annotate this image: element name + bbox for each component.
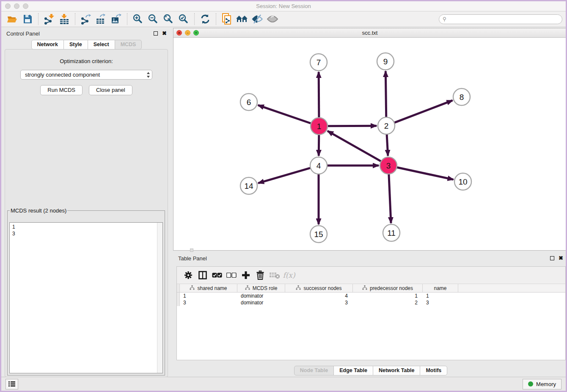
table-options-gear-icon[interactable] [182,269,195,281]
mcds-result-title: MCDS result (2 nodes) [10,207,67,214]
graph-node-3[interactable]: 3 [380,157,397,174]
zoom-in-icon[interactable] [130,12,146,26]
zoom-selected-icon[interactable] [176,12,191,26]
close-panel-button[interactable]: Close panel [89,85,132,95]
result-scrollbar[interactable] [157,223,162,373]
memory-label: Memory [536,381,556,387]
graph-node-4[interactable]: 4 [310,157,327,174]
graph-node-7[interactable]: 7 [310,54,327,71]
table-cell[interactable]: 1 [180,293,237,299]
tab-node-table[interactable]: Node Table [294,366,334,375]
graph-edge-1-6[interactable] [258,105,311,123]
graph-edge-2-8[interactable] [394,100,453,123]
graph-node-14[interactable]: 14 [240,177,257,194]
zoom-fit-icon[interactable] [161,12,176,26]
tab-network[interactable]: Network [31,40,64,50]
float-panel-icon[interactable] [154,31,158,36]
mcds-result-box: MCDS result (2 nodes) 13 [7,207,165,375]
search-input[interactable] [439,14,562,24]
graph-edge-2-3[interactable] [387,134,388,156]
table-row[interactable]: 1dominator411 [177,293,565,299]
refresh-icon[interactable] [198,12,213,26]
import-table-icon[interactable] [57,12,72,26]
show-graphics-details-icon[interactable] [250,12,265,26]
table-cell[interactable]: 2 [353,299,423,306]
graph-node-1[interactable]: 1 [311,118,328,135]
clone-network-icon[interactable] [219,12,234,26]
row-header-gutter [177,299,180,306]
column-header-predecessor-nodes[interactable]: predecessor nodes [353,284,423,292]
graph-edge-1-7[interactable] [319,72,319,118]
export-network-icon[interactable] [78,12,94,26]
graph-edge-1-2[interactable] [328,126,377,126]
graph-node-2[interactable]: 2 [378,117,395,134]
memory-button[interactable]: Memory [523,379,561,389]
table-cell[interactable]: dominator [237,299,285,306]
save-session-icon[interactable] [20,12,35,26]
export-image-icon[interactable] [109,12,124,26]
export-table-icon[interactable] [94,12,109,26]
graph-node-6[interactable]: 6 [240,94,257,110]
home-icon[interactable] [234,12,250,26]
table-row[interactable]: 3dominator323 [177,299,565,306]
graph-node-9[interactable]: 9 [377,53,394,70]
close-panel-icon[interactable]: ✖ [559,256,563,260]
close-panel-icon[interactable]: ✖ [162,31,167,36]
column-header-successor-nodes[interactable]: successor nodes [285,284,353,292]
toolbar-separator [216,13,216,25]
graph-node-label: 4 [317,161,321,170]
add-column-icon[interactable] [239,269,252,281]
graph-node-label: 14 [244,182,253,190]
tab-motifs[interactable]: Motifs [420,366,447,375]
run-mcds-button[interactable]: Run MCDS [40,85,83,95]
column-header-label: name [434,285,446,291]
table-cell[interactable]: 3 [423,299,458,306]
network-canvas[interactable]: 1234678910111415 [173,38,566,252]
column-header-filler [458,284,565,292]
column-header-name[interactable]: name [423,284,458,292]
column-header-MCDS-role[interactable]: MCDS role [237,284,285,292]
graph-node-8[interactable]: 8 [453,88,470,105]
float-panel-icon[interactable] [550,256,554,260]
tab-select[interactable]: Select [88,40,115,50]
tab-network-table[interactable]: Network Table [373,366,421,375]
graph-node-11[interactable]: 11 [383,224,400,241]
tab-edge-table[interactable]: Edge Table [333,366,373,375]
task-history-button[interactable] [6,379,18,389]
status-bar: Memory [1,377,566,391]
tab-mcds[interactable]: MCDS [115,40,142,50]
graph-node-10[interactable]: 10 [454,173,471,190]
zoom-out-icon[interactable] [146,12,161,26]
graph-node-15[interactable]: 15 [310,226,327,243]
graph-edge-3-11[interactable] [389,174,391,223]
split-handle[interactable] [190,248,193,252]
graph-edge-3-1[interactable] [328,131,381,161]
graph-edge-3-10[interactable] [397,167,454,179]
memory-status-dot [528,381,533,386]
column-header-shared-name[interactable]: shared name [180,284,237,292]
table-panel-title: Table Panel [178,255,207,262]
delete-column-icon[interactable] [254,269,267,281]
graph-edge-4-14[interactable] [258,168,311,183]
search-icon: ⚲ [443,16,446,22]
table-cell[interactable]: dominator [237,293,285,299]
table-panel-tabs: Node TableEdge TableNetwork TableMotifs [173,366,567,375]
table-cell[interactable]: 1 [353,293,423,299]
table-cell[interactable]: 1 [423,293,458,299]
open-session-icon[interactable] [5,12,20,26]
column-layout-icon[interactable] [196,269,209,281]
birdseye-view-icon[interactable] [265,12,280,26]
table-cell[interactable]: 3 [180,299,237,306]
select-all-checkboxes-icon[interactable] [211,269,223,281]
tab-style[interactable]: Style [63,40,88,50]
apply-function-icon[interactable]: f(x) [283,269,295,281]
graph-edge-1-4[interactable] [319,135,319,156]
graph-edge-2-9[interactable] [385,71,386,117]
table-cell[interactable]: 3 [285,299,353,306]
table-cell[interactable]: 4 [285,293,353,299]
import-network-icon[interactable] [41,12,57,26]
optimization-criterion-select[interactable]: strongly connected component [20,70,152,80]
deselect-all-checkboxes-icon[interactable] [225,269,238,281]
delete-table-icon[interactable] [268,269,281,281]
network-window-title: scc.txt [173,30,566,36]
